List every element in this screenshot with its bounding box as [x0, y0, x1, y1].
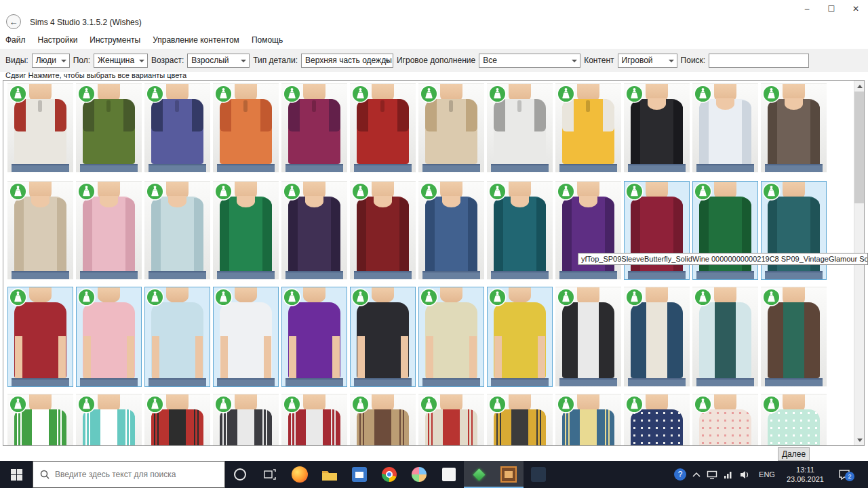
- notification-badge: 2: [845, 472, 854, 481]
- maximize-button[interactable]: ☐: [819, 0, 844, 18]
- photos-icon[interactable]: [404, 461, 434, 488]
- clothing-thumbnail[interactable]: [281, 83, 347, 173]
- clothing-thumbnail[interactable]: [555, 287, 621, 387]
- clothing-thumbnail[interactable]: [76, 83, 142, 173]
- clothing-thumbnail[interactable]: [761, 83, 827, 173]
- clothing-thumbnail[interactable]: [144, 83, 210, 173]
- clothing-thumbnail[interactable]: [418, 181, 484, 280]
- clothing-thumbnail[interactable]: [7, 181, 73, 280]
- clothing-thumbnail[interactable]: [555, 181, 621, 280]
- taskbar-search-box[interactable]: [33, 461, 225, 488]
- clothing-thumbnail[interactable]: [350, 83, 416, 173]
- triangle-up-icon: [857, 82, 863, 88]
- clothing-thumbnail[interactable]: [692, 287, 758, 387]
- clothing-thumbnail[interactable]: [281, 287, 347, 387]
- clothing-thumbnail[interactable]: [624, 287, 690, 387]
- wishes-window-taskbar-icon[interactable]: [494, 461, 524, 488]
- file-explorer-icon[interactable]: [315, 461, 344, 488]
- clothing-thumbnail[interactable]: [213, 394, 279, 446]
- clothing-thumbnail[interactable]: [213, 287, 279, 387]
- back-button[interactable]: ←: [6, 14, 21, 29]
- clothing-thumbnail[interactable]: [213, 181, 279, 280]
- clothing-thumbnail[interactable]: [555, 394, 621, 446]
- chrome-icon[interactable]: [374, 461, 404, 488]
- clothing-thumbnail[interactable]: [144, 394, 210, 446]
- clothing-thumbnail[interactable]: [624, 83, 690, 173]
- clothing-thumbnail[interactable]: [761, 181, 827, 280]
- recolor-badge-icon: [694, 85, 712, 103]
- scroll-down-button[interactable]: [854, 435, 865, 445]
- age-dropdown[interactable]: Взрослый: [187, 54, 250, 68]
- clothing-thumbnail[interactable]: [213, 83, 279, 173]
- language-indicator[interactable]: ENG: [756, 470, 778, 479]
- action-center-icon[interactable]: 2: [833, 469, 856, 480]
- clothing-thumbnail[interactable]: [7, 394, 73, 446]
- clothing-thumbnail[interactable]: [692, 181, 758, 280]
- gender-dropdown[interactable]: Женщина: [94, 54, 148, 68]
- clothing-thumbnail[interactable]: [761, 394, 827, 446]
- menu-content-management[interactable]: Управление контентом: [153, 35, 239, 45]
- pack-dropdown[interactable]: Все: [479, 54, 580, 68]
- recolor-badge-icon: [557, 182, 575, 201]
- clothing-thumbnail[interactable]: [418, 287, 484, 387]
- recolor-badge-icon: [420, 395, 438, 413]
- menu-settings[interactable]: Настройки: [38, 35, 78, 45]
- clothing-thumbnail[interactable]: [624, 394, 690, 446]
- network-signal-icon[interactable]: [724, 470, 734, 479]
- part-type-dropdown[interactable]: Верхняя часть одежды: [301, 54, 393, 68]
- store-icon[interactable]: [344, 461, 374, 488]
- sims4studio-taskbar-icon[interactable]: [464, 461, 494, 488]
- content-dropdown[interactable]: Игровой: [618, 54, 677, 68]
- clothing-thumbnail[interactable]: [350, 394, 416, 446]
- clothing-thumbnail[interactable]: [487, 394, 553, 446]
- start-button[interactable]: [0, 461, 33, 488]
- menu-help[interactable]: Помощь: [252, 35, 283, 45]
- views-label: Виды:: [5, 56, 28, 65]
- scroll-up-button[interactable]: [854, 81, 865, 91]
- menu-file[interactable]: Файл: [5, 35, 26, 45]
- clothing-thumbnail[interactable]: [144, 287, 210, 387]
- close-button[interactable]: ✕: [844, 0, 868, 18]
- clothing-thumbnail[interactable]: [76, 394, 142, 446]
- clothing-thumbnail[interactable]: [692, 83, 758, 173]
- clothing-thumbnail[interactable]: [555, 83, 621, 173]
- clothing-thumbnail[interactable]: [487, 287, 553, 387]
- clothing-thumbnail[interactable]: [7, 287, 73, 387]
- clothing-thumbnail[interactable]: [281, 394, 347, 446]
- clothing-thumbnail[interactable]: [692, 394, 758, 446]
- clothing-thumbnail[interactable]: [350, 181, 416, 280]
- chevron-up-icon[interactable]: [692, 472, 701, 477]
- firefox-icon[interactable]: [285, 461, 315, 488]
- dark-app-icon[interactable]: [524, 461, 553, 488]
- clothing-thumbnail[interactable]: [7, 83, 73, 173]
- menu-tools[interactable]: Инструменты: [90, 35, 140, 45]
- views-dropdown[interactable]: Люди: [32, 54, 70, 68]
- taskbar-clock[interactable]: 13:11 23.06.2021: [784, 465, 827, 485]
- clothing-thumbnail[interactable]: [761, 287, 827, 387]
- scrollbar-thumb[interactable]: [854, 92, 865, 203]
- clothing-thumbnail[interactable]: [624, 181, 690, 280]
- clothing-thumbnail[interactable]: [418, 394, 484, 446]
- cortana-icon[interactable]: [225, 461, 255, 488]
- clothing-thumbnail[interactable]: [76, 287, 142, 387]
- clothing-thumbnail[interactable]: [350, 287, 416, 387]
- notes-icon[interactable]: [434, 461, 464, 488]
- help-icon[interactable]: ?: [674, 468, 686, 481]
- ethernet-icon[interactable]: [707, 470, 717, 479]
- recolor-badge-icon: [351, 395, 370, 413]
- clothing-thumbnail[interactable]: [144, 181, 210, 280]
- clothing-thumbnail[interactable]: [487, 181, 553, 280]
- windows-logo-icon: [11, 469, 22, 481]
- volume-icon[interactable]: [740, 470, 750, 479]
- clothing-thumbnail[interactable]: [76, 181, 142, 280]
- task-view-icon[interactable]: [255, 461, 285, 488]
- clothing-thumbnail[interactable]: [418, 83, 484, 173]
- next-button[interactable]: Далее: [778, 447, 810, 461]
- minimize-button[interactable]: –: [795, 0, 819, 18]
- recolor-badge-icon: [488, 85, 507, 103]
- clothing-thumbnail[interactable]: [487, 83, 553, 173]
- search-input[interactable]: [709, 54, 809, 68]
- task-view-glyph-icon: [264, 469, 276, 480]
- taskbar-search-input[interactable]: [55, 470, 218, 479]
- clothing-thumbnail[interactable]: [281, 181, 347, 280]
